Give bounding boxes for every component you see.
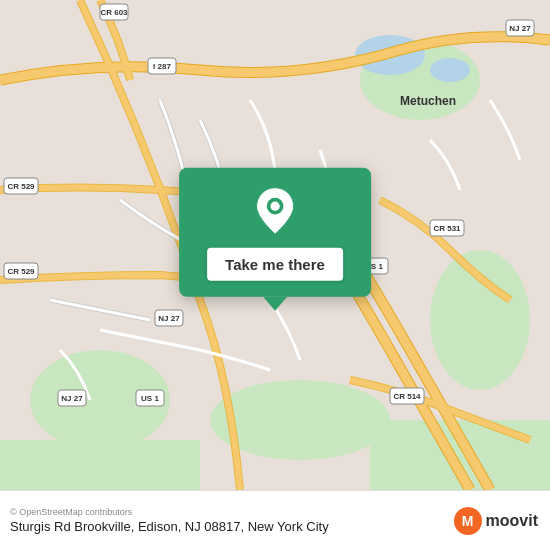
svg-text:CR 529: CR 529 — [7, 182, 35, 191]
svg-text:US 1: US 1 — [141, 394, 159, 403]
popup-pointer — [263, 297, 287, 311]
svg-point-8 — [430, 58, 470, 82]
moovit-icon: M — [454, 507, 482, 535]
svg-rect-5 — [0, 440, 200, 490]
footer-left: © OpenStreetMap contributors Sturgis Rd … — [10, 507, 329, 534]
moovit-text: moovit — [486, 512, 538, 530]
svg-text:I 287: I 287 — [153, 62, 171, 71]
openstreetmap-credit: © OpenStreetMap contributors — [10, 507, 329, 517]
svg-text:CR 529: CR 529 — [7, 267, 35, 276]
svg-point-2 — [430, 250, 530, 390]
map-container: CR 603 I 287 NJ 27 NJ 27 NJ 27 CR 529 CR… — [0, 0, 550, 490]
svg-text:NJ 27: NJ 27 — [158, 314, 180, 323]
svg-text:NJ 27: NJ 27 — [61, 394, 83, 403]
popup-overlay: Take me there — [179, 168, 371, 311]
svg-text:CR 603: CR 603 — [100, 8, 128, 17]
svg-text:CR 514: CR 514 — [393, 392, 421, 401]
footer-bar: © OpenStreetMap contributors Sturgis Rd … — [0, 490, 550, 550]
address-text: Sturgis Rd Brookville, Edison, NJ 08817,… — [10, 519, 329, 534]
svg-point-33 — [270, 202, 279, 211]
svg-text:Metuchen: Metuchen — [400, 94, 456, 108]
take-me-there-button[interactable]: Take me there — [207, 248, 343, 281]
svg-text:NJ 27: NJ 27 — [509, 24, 531, 33]
popup-box: Take me there — [179, 168, 371, 297]
svg-text:CR 531: CR 531 — [433, 224, 461, 233]
location-pin-icon — [253, 186, 297, 236]
moovit-logo[interactable]: M moovit — [454, 507, 538, 535]
